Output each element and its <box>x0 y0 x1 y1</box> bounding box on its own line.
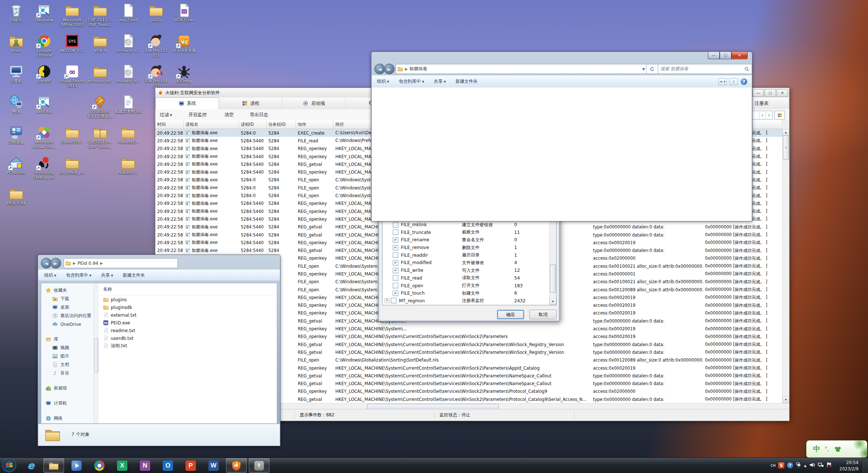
tab-系统[interactable]: 系统 <box>155 97 219 110</box>
taskbar-powerpoint[interactable]: P <box>180 458 201 473</box>
command-新建文件夹[interactable]: 新建文件夹 <box>123 272 145 278</box>
command-共享[interactable]: 共享▼ <box>434 78 446 85</box>
taskbar-huorong-security[interactable] <box>226 458 247 473</box>
toolbar-开启监控[interactable]: 开启监控 <box>188 112 207 118</box>
filter-row-FILE_read[interactable]: FILE_read读取文件54 <box>382 274 550 282</box>
file-item-pluginsdk[interactable]: pluginsdk <box>99 303 277 311</box>
sidebar-item-OneDrive[interactable]: OneDrive <box>41 320 93 328</box>
desktop-icon-ida-pro-32位-[interactable]: IDA Pro (32位) <box>142 33 170 64</box>
desktop-icon-editor010-[interactable]: Editor010... <box>58 125 86 155</box>
change-view-button[interactable]: ≡ ▾ <box>719 78 727 85</box>
sidebar-item-库[interactable]: 库 <box>41 335 93 344</box>
network-icon[interactable] <box>818 462 824 469</box>
desktop-icon-新建文本档-txt[interactable]: 新建文本档.txt <box>114 95 142 125</box>
filter-row-FILE_remove[interactable]: FILE_remove删除文件1 <box>382 244 550 252</box>
forward-button[interactable]: ► <box>50 258 61 268</box>
sidebar-item-音乐[interactable]: 音乐 <box>41 369 93 377</box>
filter-row-FILE_modified[interactable]: FILE_modified文件被修改4 <box>382 259 550 267</box>
desktop-icon-processe-[interactable]: ProcessE... <box>114 125 142 155</box>
desktop-icon-zh-hans_o-[interactable]: zh-hans_o... <box>114 64 142 94</box>
show-hidden-icons-button[interactable]: ▲ <box>804 464 807 467</box>
toolbar-过滤[interactable]: 过滤 ▼ <box>160 112 172 118</box>
breadcrumb[interactable]: 骷髅病毒 <box>410 66 427 72</box>
column-header-进程名[interactable]: 进程名 <box>184 120 239 129</box>
desktop-icon-计算机[interactable]: 计算机 <box>2 64 30 94</box>
taskbar-ie[interactable]: e <box>21 458 41 473</box>
desktop-icon-process-[interactable]: Process-... <box>114 156 142 186</box>
minimize-button[interactable]: — <box>752 89 764 97</box>
search-up-button[interactable]: ∧ <box>759 111 766 119</box>
command-包含到库中[interactable]: 包含到库中▼ <box>399 78 424 85</box>
ok-button[interactable]: 确定 <box>497 310 524 319</box>
maximize-button[interactable]: ▢ <box>720 52 731 59</box>
desktop-icon-vc6-0-rar[interactable]: VC6.0.rar <box>170 3 198 33</box>
sogou-tray-icon[interactable]: S <box>778 462 784 469</box>
desktop-icon-cn_office_p-[interactable]: cn_office_p... <box>58 156 86 186</box>
file-item-userdb.txt[interactable]: userdb.txt <box>99 334 277 342</box>
refresh-button[interactable] <box>646 64 659 74</box>
column-header-任务组ID[interactable]: 任务组ID <box>267 120 296 129</box>
checkbox-MT_regmon[interactable] <box>391 298 396 303</box>
taskbar-clock[interactable]: 20:54 2023/2/9 <box>839 460 858 472</box>
help-button[interactable]: ? <box>741 78 747 85</box>
toolbar-导出日志[interactable]: 导出日志 <box>250 112 268 118</box>
command-共享[interactable]: 共享▼ <box>101 272 113 278</box>
search-down-button[interactable]: ∨ <box>766 111 772 119</box>
checkbox-FILE_read[interactable] <box>393 275 398 281</box>
column-header-name[interactable]: 名称 <box>99 285 277 296</box>
desktop-icon-windbg[interactable]: WinDbg <box>30 95 58 125</box>
desktop-icon-zh-hans_of-[interactable]: zh-hans_of... <box>86 64 114 94</box>
desktop-icon-cve-2012-ovf-tools-[interactable]: CVE-2012-... OVF Tools... <box>86 3 114 33</box>
desktop-icon-peid-0-94[interactable]: PEid 0.94 <box>2 186 30 216</box>
taskbar-explorer[interactable] <box>43 458 64 473</box>
taskbar-huorong-sword[interactable] <box>249 458 269 473</box>
desktop-icon-回收站[interactable]: 回收站 <box>2 3 30 33</box>
scrollbar-thumb[interactable]: ≡ <box>783 135 789 160</box>
command-新建文件夹[interactable]: 新建文件夹 <box>455 78 477 85</box>
list-scrollbar[interactable]: ▲ ▼ <box>549 213 556 305</box>
taskbar-chrome[interactable] <box>89 458 110 473</box>
column-settings-button[interactable] <box>775 111 785 120</box>
file-item-PEiD.exe[interactable]: PEiD.exe <box>99 319 277 327</box>
scrollbar-thumb[interactable] <box>367 404 498 409</box>
sidebar-item-图片[interactable]: 图片 <box>41 352 93 360</box>
start-button[interactable] <box>2 458 16 472</box>
file-item-readme.txt[interactable]: readme.txt <box>99 327 277 334</box>
preview-pane-button[interactable]: ▯ <box>730 78 738 85</box>
checkbox-FILE_write[interactable] <box>393 268 398 273</box>
desktop-icon-vc6绿化专版[interactable]: VC6绿化专版 <box>170 33 198 64</box>
sidebar-item-网络[interactable]: 网络 <box>41 414 93 423</box>
minimize-button[interactable]: — <box>708 52 720 59</box>
show-desktop-button[interactable] <box>862 458 868 473</box>
desktop-icon-exp2-ovf[interactable]: exp2.ovf <box>114 3 142 33</box>
file-item-plugins[interactable]: plugins <box>99 296 277 303</box>
checkbox-FILE_touch[interactable] <box>393 291 398 296</box>
forward-button[interactable]: ► <box>384 64 395 74</box>
tab-启动项[interactable]: 启动项 <box>282 97 346 109</box>
filter-row-FILE_readdir[interactable]: FILE_readdir遍历目录1 <box>382 251 550 259</box>
scroll-up-arrow[interactable]: ▲ <box>783 129 789 136</box>
desktop-icon-rkvir[interactable]: rkvir <box>2 33 30 64</box>
taskbar-onenote[interactable]: N <box>135 458 155 473</box>
sidebar-item-收藏夹[interactable]: 收藏夹 <box>41 286 93 295</box>
file-item-说明.txt[interactable]: 说明.txt <box>99 342 277 350</box>
address-bar[interactable]: ▶ PEid 0.94 ▶ <box>64 258 178 268</box>
network-error-icon[interactable] <box>826 462 833 469</box>
desktop-icon-google-chrome[interactable]: Google Chrome <box>30 33 58 64</box>
desktop-icon-microsoft-visual-stu-[interactable]: Microsoft Visual Stu... <box>30 125 58 155</box>
desktop-icon-控制面板[interactable]: 控制面板 <box>2 125 30 155</box>
expand-icon[interactable]: + <box>385 298 389 303</box>
checkbox-FILE_truncate[interactable] <box>393 230 398 235</box>
desktop-icon-vc6-0[interactable]: VC6.0 <box>86 33 114 64</box>
window-stack-icon[interactable] <box>796 462 801 469</box>
column-header-进程ID[interactable]: 进程ID <box>239 120 267 129</box>
back-button[interactable]: ◄ <box>374 64 385 74</box>
back-button[interactable]: ◄ <box>41 258 52 268</box>
desktop-icon-instdr-v-[interactable]: INSTDR V.... <box>58 33 86 64</box>
tab-进程[interactable]: 进程 <box>219 97 282 109</box>
sidebar-item-下载[interactable]: 下载 <box>41 295 93 303</box>
filter-row-FILE_write[interactable]: FILE_write写入文件12 <box>382 267 550 274</box>
taskbar-excel[interactable]: X <box>112 458 133 473</box>
volume-icon[interactable] <box>809 462 815 469</box>
checkbox-FILE_open[interactable] <box>393 283 398 288</box>
